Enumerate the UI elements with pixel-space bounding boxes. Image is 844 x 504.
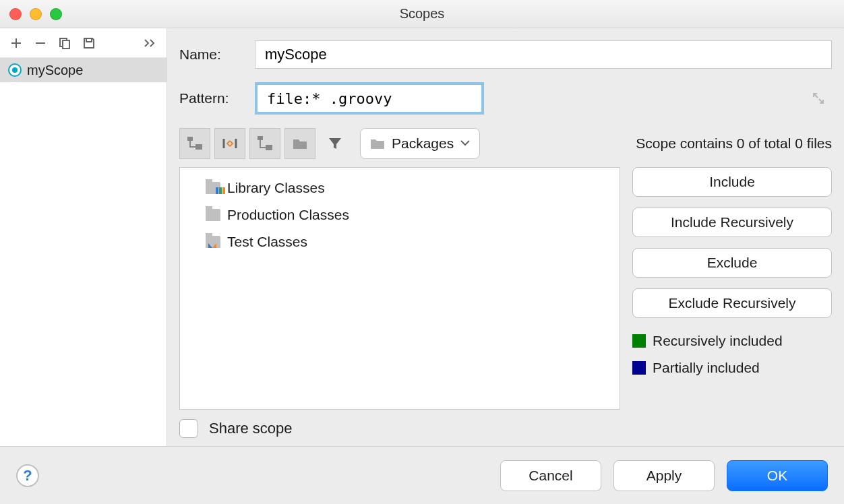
- tree-item-label: Production Classes: [227, 207, 349, 223]
- svg-rect-3: [187, 137, 193, 141]
- include-button[interactable]: Include: [632, 167, 832, 197]
- tree-view-button[interactable]: [179, 128, 210, 159]
- help-button[interactable]: ?: [16, 464, 39, 487]
- overflow-toolbar-button[interactable]: [141, 34, 160, 53]
- close-window-button[interactable]: [9, 8, 22, 20]
- chevrons-right-icon: [144, 39, 157, 47]
- exclude-button[interactable]: Exclude: [632, 248, 832, 278]
- minus-icon: [34, 36, 47, 50]
- sidebar-item-label: myScope: [27, 63, 83, 78]
- window-title: Scopes: [400, 6, 445, 22]
- filter-icon: [327, 135, 343, 152]
- main-panel: Name: Pattern:: [167, 28, 844, 446]
- scroll-to-source-button[interactable]: [214, 128, 245, 159]
- library-folder-icon: [206, 182, 220, 194]
- copy-scope-button[interactable]: [55, 34, 74, 53]
- legend-label: Recursively included: [653, 333, 783, 349]
- add-scope-button[interactable]: [7, 34, 26, 53]
- plus-icon: [9, 36, 23, 50]
- pattern-label: Pattern:: [179, 90, 255, 106]
- test-folder-icon: [206, 236, 220, 248]
- remove-scope-button[interactable]: [31, 34, 50, 53]
- sidebar-toolbar: [0, 28, 167, 58]
- folder-button[interactable]: [284, 128, 315, 159]
- svg-rect-4: [195, 144, 202, 150]
- pattern-input[interactable]: [255, 82, 484, 115]
- chevron-down-icon: [460, 140, 470, 147]
- save-icon: [82, 36, 96, 50]
- legend-swatch-green: [632, 334, 646, 348]
- tree-item[interactable]: Test Classes: [180, 228, 620, 255]
- folder-icon: [206, 209, 220, 221]
- legend-swatch-blue: [632, 361, 646, 375]
- legend-recursively: Recursively included: [632, 333, 832, 349]
- folder-icon: [370, 137, 385, 150]
- svg-rect-1: [63, 40, 69, 49]
- dialog-button-bar: ? Cancel Apply OK: [0, 446, 844, 504]
- scope-list: myScope: [0, 58, 167, 446]
- include-recursively-button[interactable]: Include Recursively: [632, 208, 832, 237]
- ok-button[interactable]: OK: [727, 460, 828, 491]
- action-buttons-column: Include Include Recursively Exclude Excl…: [632, 167, 832, 410]
- sidebar: myScope: [0, 28, 167, 446]
- filter-button[interactable]: [320, 128, 351, 159]
- share-scope-label: Share scope: [209, 420, 293, 437]
- tree-toolbar: Packages: [179, 128, 480, 159]
- copy-icon: [58, 36, 71, 50]
- svg-rect-2: [86, 38, 92, 42]
- tree-icon: [186, 135, 204, 152]
- name-label: Name:: [179, 46, 255, 63]
- name-input[interactable]: [255, 40, 832, 69]
- navigate-up-button[interactable]: [249, 128, 280, 159]
- scope-status-text: Scope contains 0 of total 0 files: [636, 135, 832, 152]
- tree-item-label: Test Classes: [227, 234, 307, 250]
- window-controls: [9, 8, 62, 20]
- zoom-window-button[interactable]: [50, 8, 62, 20]
- tree-item-label: Library Classes: [227, 180, 325, 196]
- legend-label: Partially included: [653, 360, 760, 376]
- exclude-recursively-button[interactable]: Exclude Recursively: [632, 288, 832, 318]
- up-tree-icon: [256, 135, 274, 152]
- cancel-button[interactable]: Cancel: [500, 460, 601, 491]
- folder-icon: [292, 137, 308, 150]
- apply-button[interactable]: Apply: [613, 460, 715, 491]
- minimize-window-button[interactable]: [30, 8, 42, 20]
- titlebar: Scopes: [0, 0, 844, 28]
- legend-partially: Partially included: [632, 360, 832, 376]
- scope-dropdown-label: Packages: [392, 135, 454, 152]
- scope-dropdown[interactable]: Packages: [360, 128, 480, 159]
- share-scope-checkbox[interactable]: [179, 419, 198, 438]
- expand-field-icon[interactable]: [812, 92, 825, 105]
- scope-local-icon: [8, 63, 22, 77]
- svg-rect-5: [258, 136, 263, 140]
- tree-item[interactable]: Production Classes: [180, 201, 620, 228]
- tree-item[interactable]: Library Classes: [180, 175, 620, 201]
- save-scope-button[interactable]: [80, 34, 98, 53]
- brackets-icon: [221, 135, 239, 152]
- sidebar-item-myscope[interactable]: myScope: [0, 58, 167, 82]
- scope-tree[interactable]: Library Classes Production Classes Test …: [179, 167, 620, 410]
